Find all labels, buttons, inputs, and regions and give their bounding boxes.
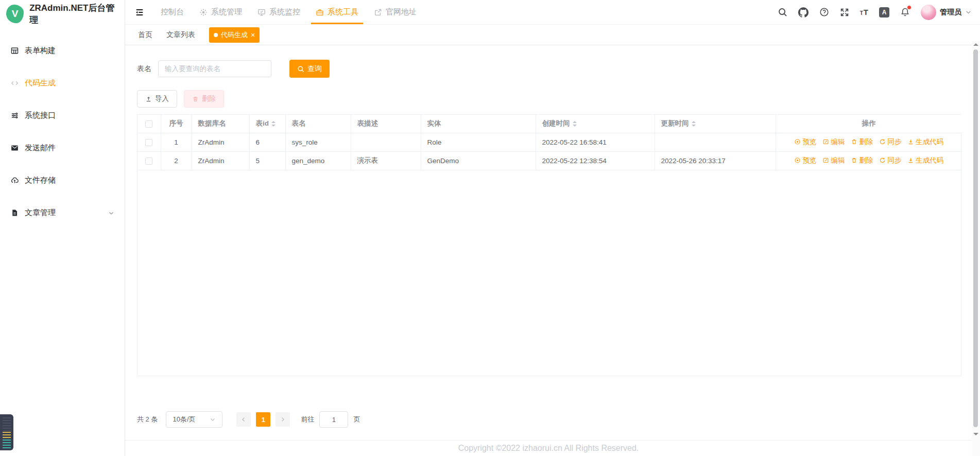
col-created-at[interactable]: 创建时间 (536, 115, 655, 133)
action-delete[interactable]: 删除 (851, 137, 873, 147)
sort-carets-icon[interactable] (271, 121, 276, 127)
prev-page-button[interactable] (236, 412, 251, 427)
code-icon (10, 79, 19, 87)
col-label: 更新时间 (661, 119, 689, 127)
action-label: 删除 (859, 156, 873, 165)
row-checkbox[interactable] (145, 157, 152, 165)
action-sync[interactable]: 同步 (879, 156, 901, 165)
cell-table-id: 6 (249, 133, 285, 151)
nav-item-label: 系统监控 (269, 7, 300, 17)
mail-icon (10, 144, 19, 152)
chevron-down-icon (965, 9, 972, 15)
row-checkbox[interactable] (145, 139, 152, 146)
action-preview[interactable]: 预览 (794, 156, 816, 165)
action-edit[interactable]: 编辑 (822, 137, 845, 147)
nav-item-system-tools[interactable]: 系统工具 (308, 0, 366, 24)
delete-button[interactable]: 删除 (184, 90, 224, 108)
sidebar-item-label: 文章管理 (25, 208, 56, 218)
search-icon[interactable] (778, 7, 787, 17)
action-generate-code[interactable]: 生成代码 (907, 137, 943, 147)
action-label: 同步 (887, 137, 901, 147)
nav-item-system-monitor[interactable]: 系统监控 (250, 0, 308, 24)
action-label: 删除 (859, 137, 873, 147)
sidebar-item-file-storage[interactable]: 文件存储 (0, 164, 125, 197)
cell-description: 演示表 (351, 151, 421, 170)
action-generate-code[interactable]: 生成代码 (907, 156, 943, 165)
sidebar-collapse-icon[interactable] (134, 7, 145, 17)
tab-article-list[interactable]: 文章列表 (166, 30, 195, 40)
goto-page-input[interactable] (319, 411, 348, 428)
vertical-scrollbar[interactable] (972, 41, 980, 456)
cloud-upload-icon (10, 176, 19, 185)
sidebar-item-system-api[interactable]: 系统接口 (0, 99, 125, 132)
search-button[interactable]: 查询 (289, 60, 330, 78)
monitor-icon (257, 8, 266, 16)
bell-icon[interactable] (900, 7, 910, 17)
sidebar-item-label: 表单构建 (25, 46, 56, 56)
page-size-select[interactable]: 10条/页 (166, 411, 222, 428)
action-label: 同步 (887, 156, 901, 165)
table-row[interactable]: 2 ZrAdmin 5 gen_demo 演示表 GenDemo 2022-05… (137, 151, 962, 170)
app-logo-row[interactable]: V ZRAdmin.NET后台管理 (0, 0, 125, 27)
action-edit[interactable]: 编辑 (822, 156, 845, 165)
table-name-input[interactable] (158, 60, 271, 77)
sidebar-item-label: 代码生成 (25, 78, 56, 88)
sort-carets-icon[interactable] (692, 121, 696, 127)
col-db-name: 数据库名 (192, 115, 249, 133)
upload-icon (145, 96, 152, 102)
tab-code-generation[interactable]: 代码生成 × (209, 27, 260, 43)
edit-icon (822, 138, 829, 145)
sort-carets-icon[interactable] (573, 121, 577, 127)
scrollbar-thumb[interactable] (973, 49, 978, 427)
fullscreen-icon[interactable] (840, 8, 849, 17)
sidebar-item-label: 文件存储 (25, 176, 56, 185)
import-button[interactable]: 导入 (137, 90, 177, 108)
cell-created-at: 2022-05-22 12:38:54 (536, 151, 655, 170)
goto-label: 前往 (301, 415, 314, 424)
copyright-text: Copyright ©2022 izhaorui.cn All Rights R… (458, 444, 639, 453)
server-monitor-widget[interactable] (0, 414, 13, 450)
translate-icon[interactable]: A (879, 7, 889, 17)
action-preview[interactable]: 预览 (794, 137, 816, 147)
action-sync[interactable]: 同步 (879, 137, 901, 147)
sidebar-item-form-builder[interactable]: 表单构建 (0, 34, 125, 67)
font-size-icon[interactable]: TT (860, 8, 868, 16)
nav-item-console[interactable]: 控制台 (153, 0, 192, 24)
user-menu[interactable]: 管理员 (921, 5, 972, 20)
col-table-id[interactable]: 表id (249, 115, 285, 133)
nav-item-official-site[interactable]: 官网地址 (366, 0, 424, 24)
widget-stripes-yellow (3, 432, 11, 440)
top-nav-items: 控制台 系统管理 系统监控 系统工具 官网地址 (153, 0, 424, 24)
footer: Copyright ©2022 izhaorui.cn All Rights R… (125, 440, 972, 456)
cell-db-name: ZrAdmin (192, 151, 249, 170)
tab-home[interactable]: 首页 (138, 30, 152, 40)
sidebar-item-send-mail[interactable]: 发送邮件 (0, 132, 125, 164)
trash-icon (851, 138, 857, 145)
sidebar-item-article-management[interactable]: 文章管理 (0, 197, 125, 229)
next-page-button[interactable] (276, 412, 290, 427)
close-icon[interactable]: × (251, 31, 255, 39)
active-tab-dot-icon (214, 33, 218, 37)
nav-item-system-management[interactable]: 系统管理 (192, 0, 250, 24)
scroll-up-icon[interactable] (973, 43, 978, 46)
table-row[interactable]: 1 ZrAdmin 6 sys_role Role 2022-05-22 16:… (137, 133, 962, 151)
action-label: 预览 (802, 156, 816, 165)
github-icon[interactable] (798, 7, 809, 17)
sidebar: V ZRAdmin.NET后台管理 表单构建 代码生成 系统接口 发送邮件 (0, 0, 125, 456)
font-size-small-glyph: T (860, 11, 863, 16)
help-icon[interactable] (819, 7, 829, 17)
page-number-current[interactable]: 1 (256, 412, 270, 427)
col-updated-at[interactable]: 更新时间 (655, 115, 776, 133)
cell-seq: 2 (161, 151, 192, 170)
select-all-cell (137, 115, 161, 133)
page-size-value: 10条/页 (173, 415, 195, 424)
col-label: 表id (256, 119, 269, 127)
nav-item-label: 控制台 (161, 7, 184, 17)
sidebar-item-code-generation[interactable]: 代码生成 (0, 67, 125, 99)
scroll-down-icon[interactable] (973, 433, 978, 435)
sidebar-item-label: 发送邮件 (25, 143, 56, 153)
eye-icon (794, 138, 801, 145)
select-all-checkbox[interactable] (145, 120, 152, 128)
widget-stripes-gray (3, 417, 11, 431)
action-delete[interactable]: 删除 (851, 156, 873, 165)
